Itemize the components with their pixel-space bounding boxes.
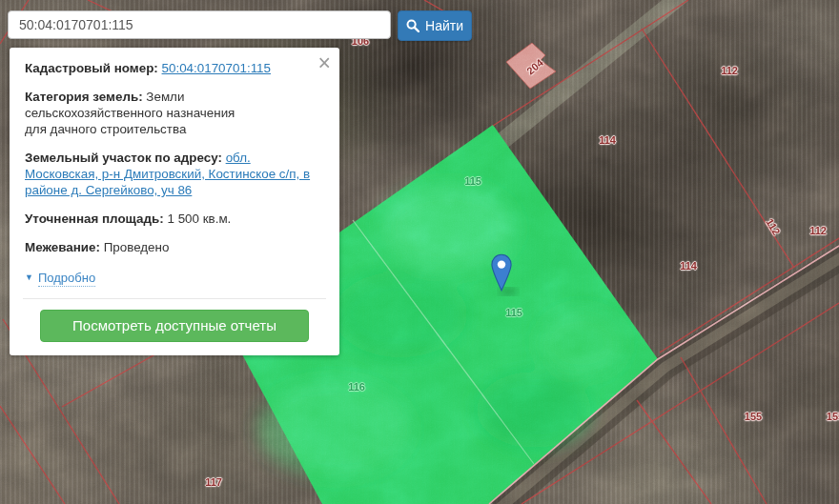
cadastral-number-label: Кадастровый номер: [25,61,158,75]
details-label: Подробно [38,270,95,287]
parcel-info-popup: × Кадастровый номер: 50:04:0170701:115 К… [10,48,339,355]
details-toggle[interactable]: ▼ Подробно [25,270,95,287]
search-icon [406,19,420,32]
pin-hole [498,260,505,268]
cadastral-number-link[interactable]: 50:04:0170701:115 [162,61,271,75]
search-input[interactable] [8,10,391,39]
area-value: 1 500 кв.м. [167,212,231,226]
view-reports-button[interactable]: Посмотреть доступные отчеты [40,310,309,342]
land-category-label: Категория земель: [25,90,143,104]
survey-label: Межевание: [25,240,100,254]
close-icon[interactable]: × [318,51,331,74]
land-category-row: Категория земель: Земли сельскохозяйстве… [25,89,324,137]
search-button-label: Найти [425,18,463,33]
survey-value: Проведено [104,240,170,254]
address-row: Земельный участок по адресу: обл. Москов… [25,150,324,198]
survey-row: Межевание: Проведено [25,239,324,255]
area-row: Уточненная площадь: 1 500 кв.м. [25,211,324,227]
address-label: Земельный участок по адресу: [25,151,222,165]
permitted-use-value: для дачного строительства [25,121,324,137]
cadastral-map-app: 106204112114115112112114115116155155117 … [0,0,839,504]
pin-body [492,254,511,291]
search-button[interactable]: Найти [398,10,472,41]
area-label: Уточненная площадь: [25,212,164,226]
chevron-down-icon: ▼ [25,270,33,286]
popup-divider [23,298,326,299]
map-pin[interactable] [491,252,512,293]
cadastral-number-row: Кадастровый номер: 50:04:0170701:115 [25,60,324,76]
